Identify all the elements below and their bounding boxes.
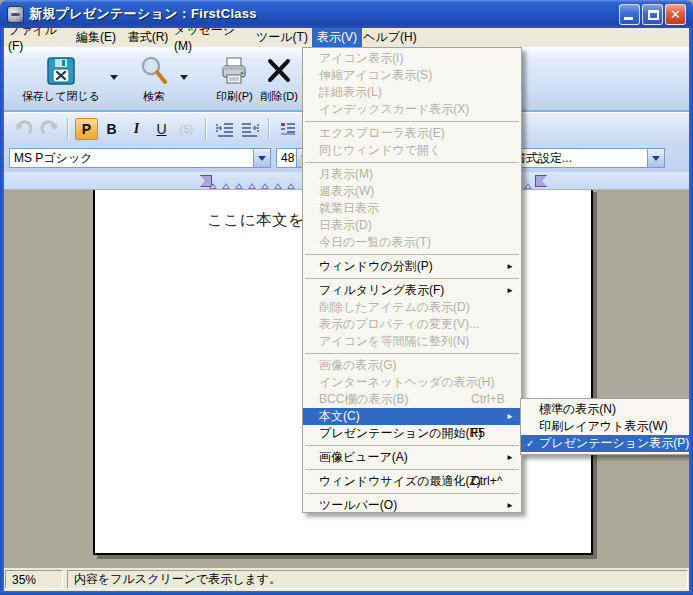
- menu-item-show-deleted-items: 削除したアイテムの表示(D): [303, 299, 521, 316]
- indent-decrease-icon: [241, 122, 259, 137]
- search-magnifier-icon: [138, 55, 170, 87]
- tab-stop-marker[interactable]: [235, 179, 243, 189]
- close-button[interactable]: ✕: [665, 4, 686, 25]
- menu-help[interactable]: ヘルプ(H): [362, 28, 418, 47]
- menu-item-month-view: 月表示(M): [303, 166, 521, 183]
- tab-stop-marker[interactable]: [287, 179, 295, 189]
- menu-item-detail-view: 詳細表示(L): [303, 84, 521, 101]
- shortcut-label: Ctrl+B: [471, 391, 505, 408]
- zoom-level[interactable]: 35%: [5, 570, 63, 589]
- printer-icon: [218, 55, 250, 87]
- shortcut-label: Ctrl+^: [471, 473, 502, 490]
- menu-format[interactable]: 書式(R): [122, 28, 174, 47]
- print-button[interactable]: 印刷(P): [212, 50, 257, 108]
- statusbar: 35% 内容をフルスクリーンで表示します。: [4, 568, 689, 591]
- delete-label: 削除(D): [261, 89, 298, 104]
- tab-stop-marker[interactable]: [524, 179, 532, 189]
- print-label: 印刷(P): [216, 89, 253, 104]
- menu-separator: [305, 493, 519, 494]
- submenu-arrow-icon: ►: [506, 282, 514, 299]
- minimize-button[interactable]: [619, 4, 640, 25]
- search-label: 検索: [143, 89, 165, 104]
- menu-item-index-card-view: インデックスカード表示(X): [303, 101, 521, 118]
- italic-button[interactable]: I: [125, 118, 148, 140]
- tab-stop-marker[interactable]: [274, 179, 282, 189]
- maximize-icon: [648, 10, 659, 20]
- submenu-item-presentation-view[interactable]: ✓プレゼンテーション表示(P): [521, 435, 689, 452]
- menu-file[interactable]: ファイル(F): [8, 28, 70, 47]
- menu-item-start-presentation[interactable]: プレゼンテーションの開始(R)F5: [303, 425, 521, 442]
- indent-increase-icon: [216, 122, 234, 137]
- menu-item-today-list-view: 今日の一覧の表示(T): [303, 234, 521, 251]
- underline-button[interactable]: U: [150, 118, 173, 140]
- shortcut-label: F5: [471, 425, 485, 442]
- search-dropdown-arrow-icon[interactable]: [180, 75, 188, 84]
- font-family-dropdown-button[interactable]: [253, 149, 270, 167]
- menu-item-show-bcc-field: BCC欄の表示(B)Ctrl+B: [303, 391, 521, 408]
- menu-item-toolbar[interactable]: ツールバー(O)►: [303, 497, 521, 514]
- maximize-button[interactable]: [642, 4, 663, 25]
- menu-item-explorer-view: エクスプローラ表示(E): [303, 125, 521, 142]
- titlebar[interactable]: 新規プレゼンテーション：FirstClass ✕: [0, 0, 693, 28]
- chevron-down-icon: [258, 156, 266, 165]
- toolbar-separator: [268, 118, 269, 140]
- undo-button[interactable]: [12, 118, 35, 140]
- submenu-arrow-icon: ►: [506, 449, 514, 466]
- redo-button[interactable]: [37, 118, 60, 140]
- status-message: 内容をフルスクリーンで表示します。: [67, 570, 688, 589]
- menu-item-change-view-properties: 表示のプロパティの変更(V)...: [303, 316, 521, 333]
- submenu-arrow-icon: ►: [506, 408, 514, 425]
- indent-decrease-button[interactable]: [238, 118, 261, 140]
- submenu-item-print-layout-view[interactable]: 印刷レイアウト表示(W): [521, 418, 689, 435]
- menu-item-body[interactable]: 本文(C)►: [303, 408, 521, 425]
- menu-separator: [305, 353, 519, 354]
- menu-item-image-viewer[interactable]: 画像ビューア(A)►: [303, 449, 521, 466]
- menu-item-filtering-view[interactable]: フィルタリング表示(F)►: [303, 282, 521, 299]
- submenu-item-standard-view[interactable]: 標準の表示(N): [521, 401, 689, 418]
- window-border-right: [689, 28, 693, 595]
- right-margin-marker[interactable]: [535, 175, 547, 187]
- menu-message[interactable]: メッセージ(M): [174, 28, 252, 47]
- menu-edit[interactable]: 編集(E): [70, 28, 122, 47]
- indent-increase-button[interactable]: [213, 118, 236, 140]
- toolbar-separator: [205, 118, 206, 140]
- chevron-down-icon: [652, 156, 660, 165]
- view-menu-popup: アイコン表示(I) 伸縮アイコン表示(S) 詳細表示(L) インデックスカード表…: [302, 47, 522, 513]
- save-close-dropdown-arrow-icon[interactable]: [110, 75, 118, 84]
- search-button[interactable]: 検索: [134, 50, 174, 108]
- plain-style-button[interactable]: P: [75, 118, 98, 140]
- window-title: 新規プレゼンテーション：FirstClass: [29, 5, 257, 23]
- menu-view[interactable]: 表示(V): [312, 28, 362, 47]
- bold-button[interactable]: B: [100, 118, 123, 140]
- tab-stop-marker[interactable]: [209, 179, 217, 189]
- save-close-button[interactable]: 保存して閉じる: [18, 50, 104, 108]
- app-window: 新規プレゼンテーション：FirstClass ✕ ファイル(F) 編集(E) 書…: [0, 0, 693, 595]
- delete-x-icon: [263, 55, 295, 87]
- menu-separator: [305, 445, 519, 446]
- style-preset-dropdown-button[interactable]: [647, 149, 664, 167]
- list-style-button[interactable]: [276, 118, 299, 140]
- menu-separator: [305, 121, 519, 122]
- menu-item-optimize-window-size[interactable]: ウィンドウサイズの最適化(Z)Ctrl+^: [303, 473, 521, 490]
- redo-icon: [39, 120, 59, 138]
- toolbar-separator: [67, 118, 68, 140]
- tab-stop-marker[interactable]: [261, 179, 269, 189]
- body-submenu-popup: 標準の表示(N) 印刷レイアウト表示(W) ✓プレゼンテーション表示(P): [520, 398, 690, 455]
- font-family-combo[interactable]: MS Pゴシック: [9, 148, 271, 168]
- menu-item-split-window[interactable]: ウィンドウの分割(P)►: [303, 258, 521, 275]
- delete-button[interactable]: 削除(D): [257, 50, 302, 108]
- tab-stop-marker[interactable]: [222, 179, 230, 189]
- style-preset-combo[interactable]: 書式設定...: [509, 148, 665, 168]
- menu-item-align-icons: アイコンを等間隔に整列(N): [303, 333, 521, 350]
- font-size-value: 48: [277, 149, 296, 167]
- style-preset-value: 書式設定...: [510, 149, 647, 167]
- menubar: ファイル(F) 編集(E) 書式(R) メッセージ(M) ツール(T) 表示(V…: [4, 28, 689, 47]
- submenu-arrow-icon: ►: [506, 497, 514, 514]
- tab-stop-marker[interactable]: [248, 179, 256, 189]
- menu-item-icon-view: アイコン表示(I): [303, 50, 521, 67]
- save-close-label: 保存して閉じる: [22, 89, 100, 104]
- undo-icon: [14, 120, 34, 138]
- menu-tools[interactable]: ツール(T): [252, 28, 312, 47]
- submenu-arrow-icon: ►: [506, 258, 514, 275]
- spacing-button[interactable]: (S): [175, 118, 198, 140]
